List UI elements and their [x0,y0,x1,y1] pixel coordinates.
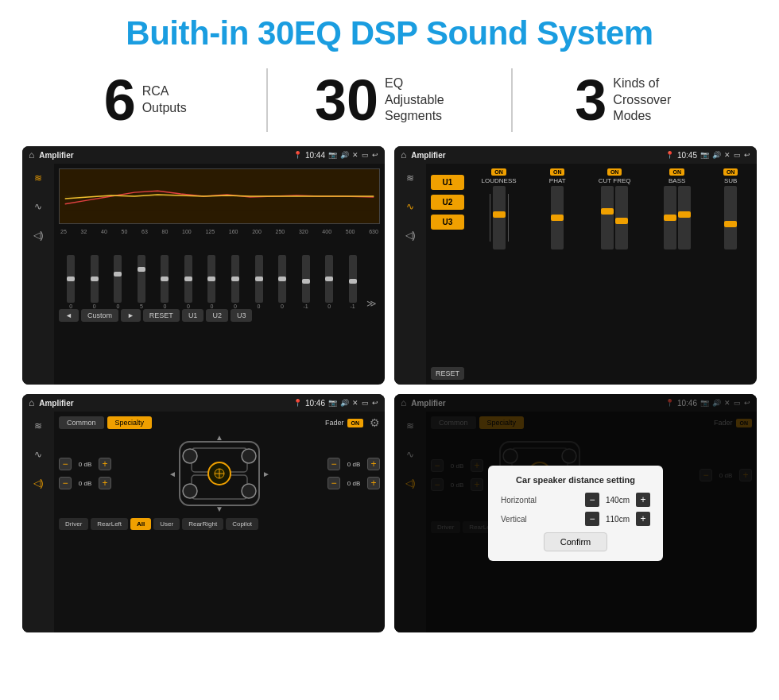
dsp-phat: ON PHAT [549,168,566,249]
eq-u2-btn[interactable]: U2 [206,309,228,322]
stat-eq: 30 EQ AdjustableSegments [292,72,486,129]
wave-icon-3[interactable]: ∿ [28,447,48,462]
equalizer-icon-2[interactable]: ≋ [400,170,421,186]
sub-thumb [724,221,737,227]
freq-630: 630 [369,229,378,234]
all-btn[interactable]: All [130,518,151,530]
specialty-tab[interactable]: Specialty [107,416,153,429]
slider-val-5: 0 [163,304,166,309]
bass-slider-1[interactable] [664,186,676,249]
eq-u3-btn[interactable]: U3 [231,309,253,322]
eq-expand-btn[interactable]: ≫ [365,298,378,309]
sub-slider[interactable] [724,186,737,249]
side-icons-1: ≋ ∿ ◁) [22,164,54,385]
eq-main: 25 32 40 50 63 80 100 125 160 200 250 32… [54,164,385,385]
dialog-horizontal-value: 140cm [603,496,633,505]
speaker-screen-card: ⌂ Amplifier 📍 10:46 📷 🔊 ✕ ▭ ↩ ≋ ∿ ◁) [22,394,385,632]
slider-track-10[interactable] [278,255,286,303]
stat-divider-1 [266,68,268,132]
back-icon-2: ↩ [744,151,750,159]
slider-track-12[interactable] [325,255,333,303]
svg-text:▲: ▲ [215,434,223,442]
equalizer-icon-3[interactable]: ≋ [28,418,48,434]
speaker-icon[interactable]: ◁) [28,227,48,243]
speaker-top-bar: Common Specialty Fader ON ⚙ [59,416,380,429]
dialog-vertical-plus[interactable]: + [636,512,650,526]
eq-prev-btn[interactable]: ◄ [59,309,79,322]
dsp-u3-btn[interactable]: U3 [431,215,464,230]
eq-freq-labels: 25 32 40 50 63 80 100 125 160 200 250 32… [59,229,380,234]
rearleft-btn[interactable]: RearLeft [91,518,128,530]
slider-col-5: 0 [154,255,176,309]
rearright-btn[interactable]: RearRight [182,518,223,530]
eq-custom-btn[interactable]: Custom [81,309,118,322]
vol-rr-minus[interactable]: − [327,477,340,489]
slider-track-13[interactable] [349,255,357,303]
dsp-bass: ON BASS [664,168,691,249]
svg-point-11 [242,449,256,463]
eq-play-btn[interactable]: ► [121,309,141,322]
slider-track-7[interactable] [207,255,215,303]
wave-icon-2[interactable]: ∿ [400,199,421,215]
stat-crossover-number: 3 [575,72,607,129]
slider-track-11[interactable] [302,255,310,303]
vol-fl-plus[interactable]: + [99,458,111,470]
slider-track-8[interactable] [231,255,239,303]
slider-track-2[interactable] [91,255,99,303]
cutfreq-slider-1[interactable] [601,186,614,249]
vol-fr-minus[interactable]: − [327,458,340,470]
slider-track-1[interactable] [67,255,75,303]
vol-rr-plus[interactable]: + [367,477,380,489]
close-icon-1: ✕ [352,151,358,159]
dsp-u1-btn[interactable]: U1 [431,175,464,190]
speaker-icon-3[interactable]: ◁) [28,475,48,491]
vol-fl-minus[interactable]: − [59,458,72,470]
home-icon-1[interactable]: ⌂ [29,149,34,160]
fader-on-toggle[interactable]: ON [347,419,364,427]
settings-icon[interactable]: ⚙ [370,416,380,429]
dsp-reset-btn[interactable]: RESET [431,367,464,380]
slider-track-5[interactable] [161,255,169,303]
speaker-icon-2[interactable]: ◁) [400,227,421,243]
eq-sliders: 0 0 [59,238,380,309]
dialog-vertical-minus[interactable]: − [585,512,599,526]
dsp-u2-btn[interactable]: U2 [431,195,464,210]
user-btn[interactable]: User [153,518,180,530]
loudness-slider[interactable] [493,186,506,249]
eq-reset-btn[interactable]: RESET [143,309,180,322]
dialog-horizontal-minus[interactable]: − [585,493,599,507]
vol-fr-plus[interactable]: + [367,458,380,470]
home-icon-2[interactable]: ⌂ [401,149,406,160]
equalizer-icon[interactable]: ≋ [28,170,48,186]
dialog-confirm-button[interactable]: Confirm [544,532,608,551]
sound-icon-2: 🔊 [712,151,721,159]
slider-track-6[interactable] [184,255,192,303]
slider-track-9[interactable] [255,255,263,303]
home-icon-3[interactable]: ⌂ [29,397,34,408]
slider-val-11: -1 [303,304,308,309]
sound-icon-3: 🔊 [340,399,349,407]
vol-rl-plus[interactable]: + [99,477,111,489]
slider-track-3[interactable] [114,255,122,303]
dsp-loudness: ON LOUDNESS [482,168,517,249]
wave-icon[interactable]: ∿ [28,199,48,215]
freq-63: 63 [141,229,148,234]
slider-track-4[interactable] [138,255,145,303]
pin-icon-3: 📍 [293,399,302,407]
freq-100: 100 [182,229,192,234]
driver-btn[interactable]: Driver [59,518,88,530]
vol-fr-val: 0 dB [343,461,365,468]
dialog-horizontal-plus[interactable]: + [636,493,650,507]
slider-col-13: -1 [342,255,363,309]
bass-slider-2[interactable] [678,186,691,249]
slider-col-4: 5 [131,255,153,309]
phat-slider[interactable] [551,186,564,249]
eq-u1-btn[interactable]: U1 [182,309,204,322]
dsp-preset-panel: U1 U2 U3 RESET [431,168,464,380]
cutfreq-slider-2[interactable] [615,186,628,249]
vol-rl-minus[interactable]: − [59,477,72,489]
copilot-btn[interactable]: Copilot [226,518,258,530]
common-tab[interactable]: Common [59,416,104,429]
pin-icon-1: 📍 [293,151,302,159]
loudness-track-l [490,194,490,242]
